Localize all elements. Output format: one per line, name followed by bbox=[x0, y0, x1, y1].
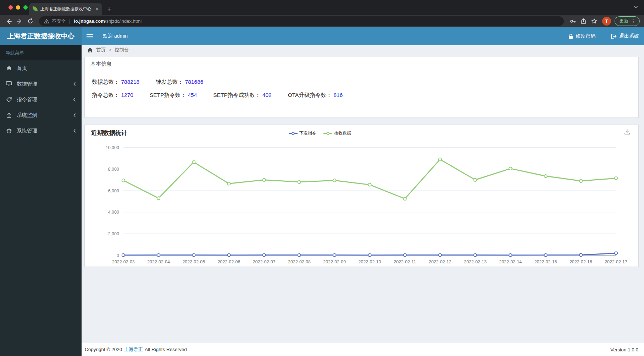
stat-value: 816 bbox=[333, 92, 343, 98]
stat-label: OTA升级指令数： bbox=[288, 92, 332, 98]
x-axis-labels: 2022-02-032022-02-042022-02-052022-02-06… bbox=[112, 259, 627, 264]
svg-text:2022-02-12: 2022-02-12 bbox=[429, 259, 451, 264]
breadcrumb-current: 控制台 bbox=[115, 47, 129, 53]
tab-close-icon[interactable]: × bbox=[95, 6, 99, 12]
brand-logo[interactable]: 上海君正数据接收中心 bbox=[0, 27, 82, 45]
address-bar[interactable]: 不安全 | io.jnbgas.com/shjzdc/index.html bbox=[39, 16, 564, 26]
stat-label: SETP指令成功数： bbox=[213, 92, 260, 98]
sidebar-item-首页[interactable]: 首页 bbox=[0, 60, 82, 76]
back-icon[interactable] bbox=[4, 17, 13, 26]
svg-text:2022-02-05: 2022-02-05 bbox=[182, 259, 205, 264]
svg-text:4,000: 4,000 bbox=[108, 210, 119, 215]
tab-search-chevron-icon[interactable] bbox=[633, 5, 638, 11]
stat-value: 1270 bbox=[121, 92, 133, 98]
chrome-update-button[interactable]: 更新 ⋮ bbox=[615, 16, 640, 26]
share-icon[interactable] bbox=[579, 17, 588, 26]
svg-text:2022-02-11: 2022-02-11 bbox=[394, 259, 416, 264]
svg-text:2022-02-06: 2022-02-06 bbox=[218, 259, 240, 264]
sidebar-item-label: 首页 bbox=[17, 65, 27, 72]
breadcrumb-home-label[interactable]: 首页 bbox=[96, 47, 106, 53]
svg-text:2022-02-13: 2022-02-13 bbox=[464, 259, 487, 264]
window-minimize-icon[interactable] bbox=[16, 5, 20, 10]
sidebar-item-label: 系统监测 bbox=[17, 112, 37, 119]
not-secure-label: 不安全 bbox=[52, 18, 66, 24]
svg-text:0: 0 bbox=[117, 253, 119, 258]
browser-menu-dots-icon[interactable]: ⋮ bbox=[631, 18, 636, 24]
stat-item: SETP指令数：454 bbox=[150, 92, 197, 99]
reload-icon[interactable] bbox=[26, 17, 35, 26]
stat-label: 数据总数： bbox=[92, 79, 120, 85]
svg-text:2022-02-14: 2022-02-14 bbox=[499, 259, 522, 264]
basic-info-body: 数据总数：788218转发总数：781686指令总数：1270SETP指令数：4… bbox=[85, 71, 638, 117]
basic-info-title: 基本信息 bbox=[85, 57, 638, 71]
version-text: Version 1.0.0 bbox=[610, 347, 638, 352]
stat-item: OTA升级指令数：816 bbox=[288, 92, 343, 99]
recent-data-panel: 近期数据统计 下发指令接收数据 02,0004,0006,0008,00010,… bbox=[84, 125, 639, 267]
gear-icon bbox=[6, 128, 12, 133]
svg-text:10,000: 10,000 bbox=[106, 145, 119, 150]
series-接收数据 bbox=[122, 158, 618, 200]
svg-text:6,000: 6,000 bbox=[108, 188, 119, 193]
forward-icon[interactable] bbox=[15, 17, 24, 26]
stat-label: 指令总数： bbox=[92, 92, 120, 98]
svg-text:2022-02-17: 2022-02-17 bbox=[605, 259, 627, 264]
page-content: 基本信息 数据总数：788218转发总数：781686指令总数：1270SETP… bbox=[82, 55, 644, 343]
series-下发指令 bbox=[122, 252, 618, 257]
new-tab-button[interactable]: + bbox=[107, 6, 111, 12]
profile-avatar[interactable]: T bbox=[602, 17, 611, 26]
window-controls bbox=[9, 5, 28, 10]
svg-text:2022-02-09: 2022-02-09 bbox=[323, 259, 346, 264]
welcome-text: 欢迎 admin bbox=[103, 33, 128, 39]
company-link[interactable]: 上海君正 bbox=[124, 347, 143, 352]
sidebar-item-系统管理[interactable]: 系统管理 bbox=[0, 123, 82, 138]
sidebar-item-数据管理[interactable]: 数据管理 bbox=[0, 76, 82, 92]
upload-icon bbox=[6, 113, 12, 118]
svg-text:2022-02-03: 2022-02-03 bbox=[112, 259, 135, 264]
sidebar-item-系统监测[interactable]: 系统监测 bbox=[0, 107, 82, 123]
sidebar-item-label: 数据管理 bbox=[17, 81, 37, 87]
app-header: 上海君正数据接收中心 欢迎 admin 修改密码 退出系统 bbox=[0, 27, 644, 45]
stat-value: 454 bbox=[188, 92, 197, 98]
sidebar-heading: 导航菜单 bbox=[0, 45, 82, 60]
svg-text:2022-02-04: 2022-02-04 bbox=[147, 259, 170, 264]
home-icon bbox=[6, 66, 12, 71]
chevron-left-icon bbox=[73, 113, 76, 117]
breadcrumb-separator: > bbox=[109, 48, 111, 53]
svg-text:2,000: 2,000 bbox=[108, 231, 119, 236]
url-divider: | bbox=[69, 18, 70, 24]
tag-icon bbox=[6, 97, 12, 102]
chevron-left-icon bbox=[73, 129, 76, 133]
stat-row-1: 数据总数：788218转发总数：781686 bbox=[92, 78, 631, 86]
sidebar-item-指令管理[interactable]: 指令管理 bbox=[0, 92, 82, 107]
browser-tab[interactable]: 上海君正物流数据接收中心 × bbox=[29, 3, 102, 15]
logout-button[interactable]: 退出系统 bbox=[611, 33, 639, 39]
stat-item: 转发总数：781686 bbox=[156, 78, 203, 86]
stat-value: 781686 bbox=[185, 79, 204, 85]
tab-title: 上海君正物流数据接收中心 bbox=[40, 6, 93, 12]
update-label: 更新 bbox=[619, 18, 628, 24]
window-zoom-icon[interactable] bbox=[23, 5, 28, 10]
copyright-text: Copyright © 2020上海君正All Rights Reserved bbox=[85, 346, 187, 353]
bookmark-star-icon[interactable] bbox=[589, 17, 599, 26]
chevron-left-icon bbox=[73, 98, 76, 102]
stat-label: SETP指令数： bbox=[150, 92, 186, 98]
stat-item: SETP指令成功数：402 bbox=[213, 92, 271, 99]
desktop-icon bbox=[6, 81, 12, 86]
top-navbar: 欢迎 admin 修改密码 退出系统 bbox=[82, 27, 644, 45]
breadcrumb: 首页 > 控制台 bbox=[82, 45, 644, 55]
svg-text:2022-02-07: 2022-02-07 bbox=[253, 259, 276, 264]
gridlines bbox=[123, 148, 616, 234]
stat-value: 788218 bbox=[121, 79, 140, 85]
breadcrumb-home-icon[interactable] bbox=[87, 48, 93, 53]
sidebar-toggle-button[interactable] bbox=[87, 34, 101, 39]
sidebar-item-label: 系统管理 bbox=[17, 127, 37, 134]
window-close-icon[interactable] bbox=[9, 5, 13, 10]
change-password-button[interactable]: 修改密码 bbox=[568, 33, 595, 39]
stat-item: 数据总数：788218 bbox=[92, 78, 139, 86]
stat-label: 转发总数： bbox=[156, 79, 183, 85]
recent-data-line-chart: 02,0004,0006,0008,00010,0002022-02-03202… bbox=[85, 125, 638, 267]
chevron-left-icon bbox=[73, 82, 76, 86]
sidebar-item-label: 指令管理 bbox=[17, 96, 37, 103]
password-key-icon[interactable] bbox=[568, 17, 577, 26]
svg-text:2022-02-15: 2022-02-15 bbox=[534, 259, 557, 264]
